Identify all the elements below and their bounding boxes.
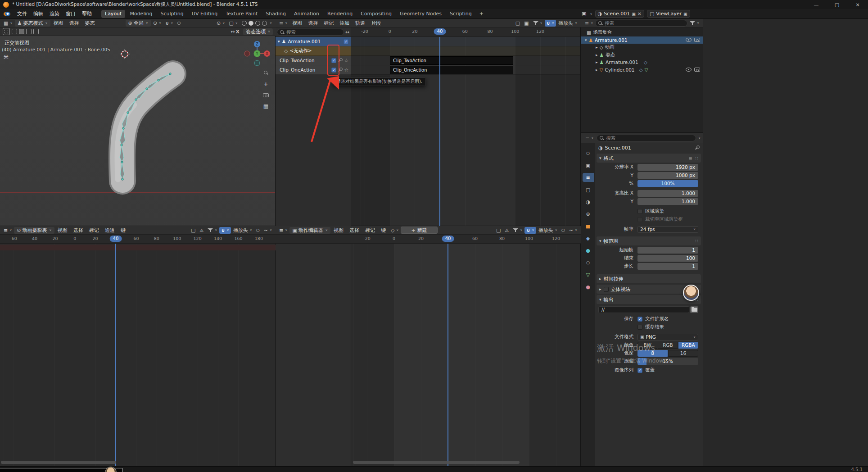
outliner-row-pose[interactable]: 姿态 bbox=[581, 51, 703, 59]
presets-icon[interactable] bbox=[689, 156, 692, 161]
action-menu-item[interactable]: 视图 bbox=[331, 226, 346, 235]
disclosure-triangle-icon[interactable] bbox=[596, 45, 598, 50]
snapping-dropdown[interactable]: ∨ bbox=[545, 20, 556, 27]
nla-lane-armature[interactable] bbox=[351, 37, 581, 46]
filter-dropdown[interactable]: ∨ bbox=[531, 21, 544, 25]
solo-star-icon[interactable] bbox=[344, 67, 348, 73]
pivot-dropdown[interactable]: ∨ bbox=[151, 20, 163, 26]
browse-action-dropdown[interactable]: ∨ bbox=[389, 227, 401, 233]
warning-icon[interactable] bbox=[503, 228, 511, 233]
cache-result-checkbox[interactable] bbox=[637, 325, 642, 330]
workspace-tab[interactable]: Compositing bbox=[357, 10, 395, 18]
topbar-menu-item[interactable]: 文件 bbox=[14, 9, 30, 18]
viewport-menu-item[interactable]: 姿态 bbox=[82, 19, 98, 27]
editor-type-icon[interactable] bbox=[279, 227, 283, 233]
playhead-line[interactable] bbox=[439, 37, 440, 226]
new-scene-icon[interactable] bbox=[632, 12, 636, 16]
nla-menu-item[interactable]: 选择 bbox=[305, 19, 321, 27]
tab-physics[interactable] bbox=[583, 258, 594, 267]
workspace-tab[interactable]: Shading bbox=[262, 10, 289, 18]
camera-view-icon[interactable] bbox=[263, 93, 269, 97]
filter-dropdown[interactable]: ∨ bbox=[511, 228, 524, 232]
filter-dropdown[interactable]: ∨ bbox=[206, 228, 219, 232]
track-enable-checkbox[interactable] bbox=[344, 39, 348, 44]
unlink-scene-icon[interactable] bbox=[637, 11, 642, 17]
easing-dropdown[interactable]: ∨ bbox=[567, 227, 579, 233]
render-visibility-icon[interactable] bbox=[694, 68, 700, 72]
frame-end-field[interactable]: 100 bbox=[637, 255, 698, 262]
outliner-row-armature-data[interactable]: Armature.001 bbox=[581, 59, 703, 66]
blender-menu-icon[interactable] bbox=[4, 12, 10, 16]
action-channel-panel[interactable] bbox=[276, 244, 351, 466]
viewport-menu-item[interactable]: 视图 bbox=[51, 19, 66, 27]
new-viewlayer-icon[interactable] bbox=[683, 12, 687, 16]
current-frame-badge[interactable]: 40 bbox=[442, 236, 454, 242]
close-button[interactable]: × bbox=[847, 0, 868, 9]
tab-view-layer[interactable] bbox=[583, 185, 594, 194]
outliner-row-armature-object[interactable]: Armature.001 bbox=[581, 36, 703, 44]
panel-format[interactable]: 格式 bbox=[597, 154, 701, 163]
current-frame-badge[interactable]: 40 bbox=[110, 236, 122, 242]
search-field[interactable] bbox=[277, 29, 344, 36]
file-extensions-checkbox[interactable] bbox=[637, 317, 642, 322]
depth-16-option[interactable]: 16 bbox=[668, 350, 698, 357]
dope-menu-item[interactable]: 标记 bbox=[86, 226, 102, 235]
topbar-menu-item[interactable]: 窗口 bbox=[63, 9, 79, 18]
file-format-dropdown[interactable]: PNG∨ bbox=[637, 334, 698, 340]
new-action-button[interactable]: 新建 bbox=[401, 227, 437, 234]
tab-data[interactable]: ▽ bbox=[583, 270, 594, 279]
dope-menu-item[interactable]: 视图 bbox=[55, 226, 70, 235]
outliner-row-cylinder[interactable]: Cylinder.001 bbox=[581, 66, 703, 74]
workspace-tab[interactable]: Animation bbox=[290, 10, 323, 18]
action-mode-dropdown[interactable]: 动作编辑器∨ bbox=[289, 227, 330, 234]
view-dots-icon[interactable] bbox=[522, 20, 530, 26]
editor-type-icon[interactable] bbox=[4, 20, 8, 26]
action-menu-item[interactable]: 标记 bbox=[362, 226, 378, 235]
ortho-toggle-icon[interactable] bbox=[263, 103, 268, 109]
active-tool-select-box-icon[interactable] bbox=[3, 28, 10, 35]
tab-tool[interactable] bbox=[583, 149, 594, 158]
depth-8-option[interactable]: 8 bbox=[637, 350, 668, 357]
only-selected-icon[interactable] bbox=[189, 227, 197, 233]
nla-menu-item[interactable]: 标记 bbox=[321, 19, 336, 27]
disclosure-triangle-icon[interactable] bbox=[596, 53, 598, 57]
dope-mode-dropdown[interactable]: 动画摄影表∨ bbox=[14, 227, 54, 234]
current-frame-badge[interactable]: 40 bbox=[434, 28, 446, 35]
hide-eye-icon[interactable] bbox=[686, 38, 692, 42]
dope-menu-item[interactable]: 键 bbox=[118, 226, 128, 235]
pose-options-dropdown[interactable]: 姿态选项∨ bbox=[243, 28, 273, 35]
add-workspace-button[interactable]: + bbox=[476, 10, 487, 18]
properties-search-input[interactable] bbox=[606, 135, 693, 141]
maximize-button[interactable]: ▢ bbox=[827, 0, 847, 9]
outliner-row-scene-collection[interactable]: 场景集合 bbox=[581, 29, 703, 36]
disclosure-triangle-icon[interactable] bbox=[585, 38, 587, 42]
snapping-dropdown[interactable]: ∨ bbox=[219, 227, 231, 234]
playhead-dropdown[interactable]: 播放头∨ bbox=[231, 227, 254, 234]
only-selected-icon[interactable] bbox=[494, 227, 502, 233]
pin-icon[interactable] bbox=[695, 145, 699, 150]
nla-strip[interactable]: Clip_TwoAction bbox=[390, 56, 513, 65]
tab-modifiers[interactable]: ◆ bbox=[583, 234, 594, 243]
horizontal-scrollbar[interactable] bbox=[353, 461, 520, 464]
aspect-x-field[interactable]: 1.000 bbox=[637, 190, 698, 197]
navigation-gizmo[interactable]: Z X Y bbox=[244, 41, 270, 67]
scene-selector[interactable]: Scene.001 bbox=[595, 10, 644, 18]
screen-layout-icon[interactable] bbox=[582, 11, 586, 17]
mirror-x-toggle[interactable]: X bbox=[229, 29, 241, 35]
nla-menu-item[interactable]: 添加 bbox=[337, 19, 352, 27]
orientation-dropdown[interactable]: 全局∨ bbox=[126, 20, 151, 27]
proportional-icon[interactable] bbox=[254, 228, 262, 232]
snap-dropdown[interactable]: ∨ bbox=[163, 21, 175, 26]
select-mode-invert-icon[interactable] bbox=[33, 29, 39, 34]
nla-track-armature[interactable]: Armature.001 bbox=[276, 37, 351, 46]
workspace-tab[interactable]: UV Editing bbox=[188, 10, 221, 18]
outliner-search-input[interactable] bbox=[605, 20, 685, 26]
editor-type-icon[interactable] bbox=[4, 227, 8, 233]
dope-ruler[interactable]: -60-40-20020406080100120140160180 40 bbox=[0, 235, 276, 244]
color-rgb-option[interactable]: RGB bbox=[658, 342, 678, 349]
color-bw-option[interactable]: BW bbox=[637, 342, 657, 349]
workspace-tab[interactable]: Scripting bbox=[446, 10, 475, 18]
nla-ruler[interactable]: -20020406080100120 bbox=[351, 27, 581, 37]
topbar-menu-item[interactable]: 渲染 bbox=[46, 9, 63, 18]
tab-material[interactable]: ● bbox=[583, 282, 594, 291]
